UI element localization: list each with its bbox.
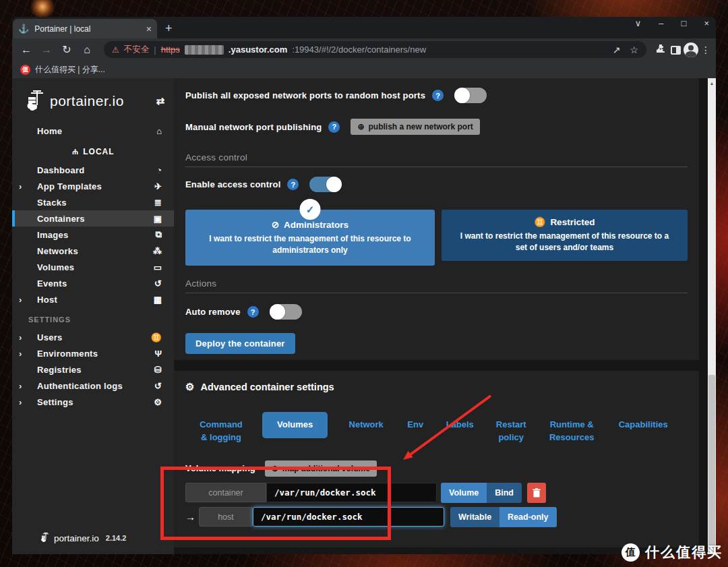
window-close-button[interactable]: × — [704, 18, 709, 28]
share-icon[interactable]: ↗ — [613, 44, 621, 55]
url-redacted-blur — [185, 45, 224, 55]
tab-volumes[interactable]: Volumes — [262, 412, 328, 438]
chevron-right-icon: › — [19, 381, 28, 391]
cogs-icon: ⚙ — [154, 397, 162, 407]
sidebar-item-stacks[interactable]: Stacks ≣ — [12, 194, 174, 210]
tab-runtime-resources[interactable]: Runtime & Resources — [546, 412, 597, 444]
tab-command-logging[interactable]: Command & logging — [198, 412, 245, 444]
auto-remove-label: Auto remove — [185, 307, 241, 317]
watermark-text: 什么值得买 — [645, 543, 723, 562]
sidebar: portainer.io ⇄ Home ⌂ Ψ LOCAL Dashboard … — [12, 78, 174, 554]
chevron-right-icon: › — [19, 295, 28, 305]
create-container-panel: Publish all exposed network ports to ran… — [174, 78, 699, 360]
extensions-puzzle-icon[interactable] — [653, 44, 668, 56]
advanced-settings-title: Advanced container settings — [200, 382, 334, 392]
sidebar-item-dashboard[interactable]: Dashboard ◔ — [12, 162, 174, 178]
annotation-arrow — [394, 388, 502, 469]
writable-mode-button[interactable]: Writable — [450, 507, 499, 527]
publish-all-label: Publish all exposed network ports to ran… — [185, 90, 425, 100]
help-icon[interactable]: ? — [287, 179, 299, 190]
sitemap-icon: ⁂ — [153, 246, 162, 256]
ownership-administrators-card[interactable]: ✓ ⊘ Administrators I want to restrict th… — [185, 210, 435, 266]
users-icon: ♊ — [535, 216, 546, 227]
sidebar-item-registries[interactable]: Registries ⛁ — [12, 361, 174, 378]
address-bar[interactable]: ⚠ 不安全 | https .yasustor.com :19943/#!/2/… — [104, 41, 646, 58]
users-icon: ♊ — [151, 332, 162, 342]
sidebar-item-home[interactable]: Home ⌂ — [12, 123, 174, 139]
bind-type-button[interactable]: Bind — [487, 483, 522, 503]
bookmark-item[interactable]: 什么值得买 | 分享... — [35, 64, 105, 76]
url-host: .yasustor.com — [229, 44, 287, 55]
window-maximize-button[interactable]: □ — [681, 18, 687, 28]
page-scrollbar[interactable]: ▲ — [708, 78, 716, 554]
tab-close-icon[interactable]: × — [146, 24, 152, 34]
sidebar-item-users[interactable]: › Users ♊ — [12, 329, 174, 345]
sidebar-logo-text: portainer.io — [50, 93, 152, 109]
deploy-container-button[interactable]: Deploy the container — [185, 333, 295, 354]
scrollbar-thumb[interactable] — [708, 375, 715, 549]
publish-all-toggle[interactable] — [454, 88, 487, 103]
layers-icon: ⧉ — [156, 229, 162, 240]
enable-access-control-label: Enable access control — [185, 179, 280, 189]
sidebar-item-containers[interactable]: Containers ▣ — [12, 210, 174, 227]
plus-circle-icon: ⊕ — [357, 122, 364, 131]
plug-icon: Ψ — [154, 349, 162, 359]
rocket-icon: ✈ — [154, 181, 162, 191]
security-warning-icon[interactable]: ⚠ — [112, 45, 119, 55]
bookmark-star-icon[interactable]: ☆ — [630, 44, 638, 55]
sidebar-item-host[interactable]: › Host ▦ — [12, 291, 174, 307]
browser-menu-icon[interactable]: ⋮ — [701, 44, 710, 55]
ownership-restricted-card[interactable]: ♊ Restricted I want to restrict the mana… — [442, 210, 688, 261]
portainer-logo-icon — [26, 89, 46, 113]
watermark-badge: 值 — [621, 543, 640, 562]
help-icon[interactable]: ? — [247, 306, 259, 318]
sidebar-header: portainer.io ⇄ — [12, 78, 174, 123]
profile-avatar[interactable] — [684, 42, 698, 57]
footer-logo-text: portainer.io — [54, 533, 99, 543]
window-chevron-icon[interactable]: ∨ — [635, 18, 642, 28]
forward-button[interactable]: → — [38, 44, 55, 56]
new-tab-button[interactable]: + — [165, 22, 173, 36]
tab-title: Portainer | local — [34, 24, 141, 34]
url-separator: | — [154, 44, 156, 55]
sidebar-item-volumes[interactable]: Volumes ▭ — [12, 259, 174, 275]
sidebar-item-events[interactable]: Events ↺ — [12, 275, 174, 291]
tab-capabilities[interactable]: Capabilities — [615, 412, 671, 431]
endpoint-local-label: Ψ LOCAL — [12, 143, 174, 160]
help-icon[interactable]: ? — [328, 121, 340, 133]
help-icon[interactable]: ? — [432, 90, 444, 101]
side-panel-icon[interactable] — [671, 46, 681, 55]
home-icon: ⌂ — [156, 126, 162, 136]
sidebar-collapse-icon[interactable]: ⇄ — [156, 95, 164, 107]
volume-type-button[interactable]: Volume — [441, 483, 487, 503]
sidebar-item-authentication-logs[interactable]: › Authentication logs ↺ — [12, 378, 174, 394]
chevron-right-icon: › — [19, 181, 28, 191]
access-control-toggle[interactable] — [309, 177, 342, 192]
sidebar-item-networks[interactable]: Networks ⁂ — [12, 243, 174, 259]
list-icon: ≣ — [154, 198, 162, 208]
sidebar-item-settings[interactable]: › Settings ⚙ — [12, 394, 174, 410]
scroll-up-icon[interactable]: ▲ — [708, 78, 716, 86]
publish-port-button[interactable]: ⊕ publish a new network port — [351, 119, 479, 135]
browser-tab[interactable]: ⚓ Portainer | local × — [13, 19, 157, 38]
readonly-mode-button[interactable]: Read-only — [499, 507, 556, 527]
back-button[interactable]: ← — [18, 44, 35, 56]
tab-network[interactable]: Network — [345, 412, 387, 431]
home-button[interactable]: ⌂ — [78, 44, 96, 56]
database-icon: ⛁ — [154, 365, 162, 375]
manual-publish-label: Manual network port publishing — [185, 122, 322, 132]
gear-icon: ⚙ — [185, 381, 194, 393]
reload-button[interactable]: ↻ — [58, 43, 75, 56]
window-minimize-button[interactable]: – — [659, 18, 663, 28]
sidebar-item-images[interactable]: Images ⧉ — [12, 227, 174, 243]
eye-slash-icon: ⊘ — [272, 219, 279, 230]
bookmark-favicon: 值 — [20, 65, 30, 75]
sidebar-item-app-templates[interactable]: › App Templates ✈ — [12, 178, 174, 194]
delete-volume-button[interactable] — [527, 483, 546, 503]
access-control-header: Access control — [185, 135, 688, 162]
screen: ⚓ Portainer | local × + ∨ – □ × ← → ↻ ⌂ … — [0, 0, 728, 567]
url-path: :19943/#!/2/docker/containers/new — [292, 44, 607, 55]
sidebar-item-environments[interactable]: › Environments Ψ — [12, 345, 174, 361]
history-icon: ↺ — [154, 278, 162, 289]
auto-remove-toggle[interactable] — [270, 304, 302, 320]
